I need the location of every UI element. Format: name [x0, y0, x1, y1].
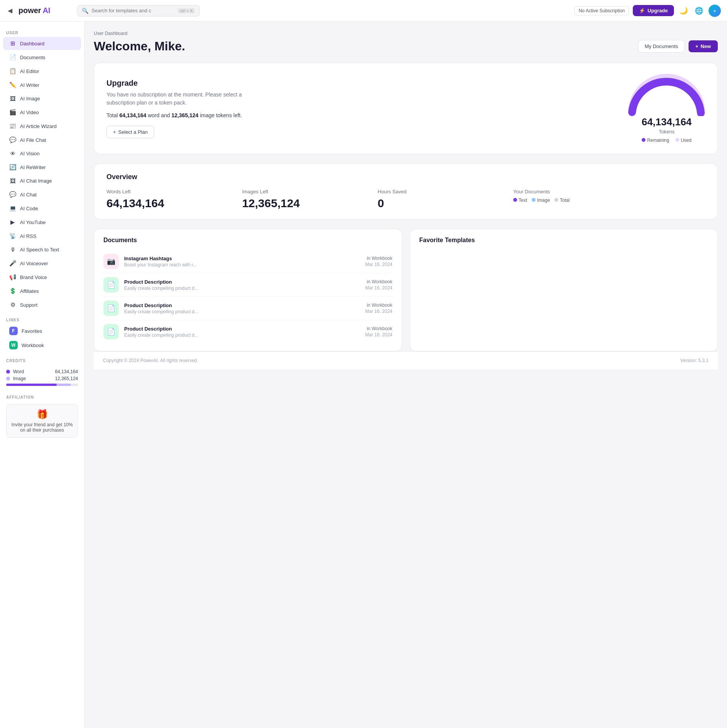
sidebar-item-ai-vision[interactable]: 👁 AI Vision [3, 147, 81, 160]
hours-saved-stat: Hours Saved 0 [378, 189, 506, 210]
upgrade-card-description: You have no subscription at the moment. … [106, 91, 253, 107]
sidebar-item-favorites[interactable]: F Favorites [3, 324, 81, 338]
ai-editor-icon: 📋 [9, 68, 16, 75]
image-credits-dot [6, 377, 10, 381]
word-credits-dot [6, 370, 10, 374]
hours-saved-value: 0 [378, 197, 506, 210]
sidebar-item-support[interactable]: ⚙ Support [3, 298, 81, 311]
ai-image-icon: 🖼 [9, 95, 16, 102]
support-icon: ⚙ [9, 301, 16, 308]
workbook-badge: W [9, 341, 18, 349]
sidebar-item-documents[interactable]: 📄 Documents [3, 51, 81, 64]
total-doc-label: Total [560, 198, 569, 203]
select-plan-button[interactable]: + Select a Plan [106, 126, 154, 138]
links-section-label: LINKS [0, 315, 84, 324]
donut-chart: 64,134,164 Tokens Remaining Used [628, 74, 705, 143]
search-input[interactable] [91, 8, 175, 13]
sidebar-item-ai-image[interactable]: 🖼 AI Image [3, 92, 81, 105]
remaining-dot [642, 138, 645, 142]
table-row[interactable]: 📷 Instagram Hashtags Boost your Instagra… [103, 250, 393, 273]
sidebar-label-affiliates: Affiliates [20, 288, 39, 294]
table-row[interactable]: 📄 Product Description Easily create comp… [103, 320, 393, 343]
main-content: User Dashboard Welcome, Mike. My Documen… [85, 22, 727, 728]
doc-meta-product1: in Workbook Mar 16, 2024 [365, 279, 393, 291]
sidebar-item-ai-rewriter[interactable]: 🔄 AI ReWriter [3, 161, 81, 174]
sidebar-item-ai-article-wizard[interactable]: 📰 AI Article Wizard [3, 120, 81, 133]
sidebar-item-ai-writer[interactable]: ✏️ AI Writer [3, 78, 81, 91]
upgrade-card-title: Upgrade [106, 79, 253, 88]
doc-name-product2: Product Description [124, 303, 360, 308]
sidebar-collapse-btn[interactable]: ◀ [6, 5, 14, 16]
sidebar-item-ai-chat[interactable]: 💬 AI Chat [3, 188, 81, 201]
sidebar-item-ai-youtube[interactable]: ▶ AI YouTube [3, 216, 81, 229]
search-bar[interactable]: 🔍 ctrl + K [77, 5, 200, 17]
no-subscription-badge: No Active Subscription [574, 6, 629, 15]
language-button[interactable]: 🌐 [693, 5, 705, 17]
overview-card: Overview Words Left 64,134,164 Images Le… [94, 163, 718, 219]
table-row[interactable]: 📄 Product Description Easily create comp… [103, 273, 393, 297]
sidebar-item-ai-chat-image[interactable]: 🖼 AI Chat Image [3, 175, 81, 187]
sidebar-item-affiliates[interactable]: 💲 Affiliates [3, 284, 81, 298]
sidebar-item-ai-editor[interactable]: 📋 AI Editor [3, 65, 81, 78]
image-bar-fill [57, 384, 71, 386]
sidebar-item-ai-voiceover[interactable]: 🎤 AI Voiceover [3, 257, 81, 270]
upgrade-button[interactable]: ⚡ Upgrade [633, 5, 674, 16]
doc-info-instagram: Instagram Hashtags Boost your Instagram … [124, 256, 360, 268]
table-row[interactable]: 📄 Product Description Easily create comp… [103, 297, 393, 320]
doc-loc-product1: in Workbook [365, 279, 393, 284]
sidebar-item-ai-file-chat[interactable]: 💬 AI File Chat [3, 133, 81, 146]
doc-date-product3: Mar 16, 2024 [365, 332, 393, 337]
page-header-actions: My Documents + New [638, 40, 718, 53]
images-left-label: Images Left [242, 189, 370, 194]
credits-progress-bar [6, 384, 78, 386]
sidebar-item-brand-voice[interactable]: 📢 Brand Voice [3, 271, 81, 284]
doc-info-product3: Product Description Easily create compel… [124, 326, 360, 338]
upgrade-label: Upgrade [647, 8, 668, 13]
affiliation-section-label: AFFILIATION [0, 392, 84, 401]
plus-icon: + [695, 43, 699, 49]
doc-loc-product3: in Workbook [365, 326, 393, 331]
sidebar-item-ai-speech-to-text[interactable]: 🎙 AI Speech to Text [3, 243, 81, 256]
doc-name-product1: Product Description [124, 279, 360, 285]
favorites-label: Favorites [22, 328, 42, 334]
donut-svg [628, 74, 705, 116]
ai-vision-icon: 👁 [9, 150, 16, 157]
sidebar-label-documents: Documents [20, 55, 45, 60]
new-button[interactable]: + New [689, 40, 718, 52]
image-doc-dot [532, 198, 536, 202]
doc-icon-product2: 📄 [103, 301, 119, 316]
sidebar-label-ai-voiceover: AI Voiceover [20, 261, 48, 266]
doc-desc-product1: Easily create compelling product d... [124, 286, 360, 291]
text-doc-label: Text [519, 198, 527, 203]
sidebar-label-dashboard: Dashboard [20, 41, 45, 47]
dark-mode-button[interactable]: 🌙 [678, 5, 689, 17]
sidebar-label-ai-chat: AI Chat [20, 192, 37, 198]
images-left-stat: Images Left 12,365,124 [242, 189, 370, 210]
sidebar-item-ai-code[interactable]: 💻 AI Code [3, 202, 81, 215]
user-section-label: USER [0, 28, 84, 37]
sidebar-item-ai-video[interactable]: 🎬 AI Video [3, 106, 81, 119]
ai-video-icon: 🎬 [9, 109, 16, 116]
sidebar-label-support: Support [20, 302, 38, 308]
sidebar-label-ai-rewriter: AI ReWriter [20, 165, 46, 170]
word-credits-value: 64,134,164 [55, 369, 78, 374]
search-shortcut: ctrl + K [178, 8, 195, 13]
image-credits-value: 12,365,124 [55, 376, 78, 381]
sidebar-label-brand-voice: Brand Voice [20, 274, 47, 280]
my-documents-button[interactable]: My Documents [638, 40, 685, 53]
sidebar-item-ai-rss[interactable]: 📡 AI RSS [3, 229, 81, 243]
search-icon: 🔍 [82, 8, 88, 14]
sidebar: USER ⊞ Dashboard 📄 Documents 📋 AI Editor… [0, 22, 85, 728]
footer-copyright: Copyright © 2024 PowerAI. All rights res… [103, 358, 198, 363]
ai-voiceover-icon: 🎤 [9, 260, 16, 267]
sidebar-item-workbook[interactable]: W Workbook [3, 338, 81, 352]
ai-chat-icon: 💬 [9, 191, 16, 198]
dashboard-icon: ⊞ [9, 40, 16, 47]
bolt-icon: ⚡ [639, 8, 645, 13]
breadcrumb: User Dashboard [94, 31, 718, 36]
logo: powerAI [18, 6, 72, 15]
footer: Copyright © 2024 PowerAI. All rights res… [94, 351, 718, 369]
sidebar-item-dashboard[interactable]: ⊞ Dashboard [3, 37, 81, 50]
affiliation-section: 🎁 Invite your friend and get 10% on all … [0, 401, 84, 441]
avatar[interactable]: + [709, 5, 721, 17]
